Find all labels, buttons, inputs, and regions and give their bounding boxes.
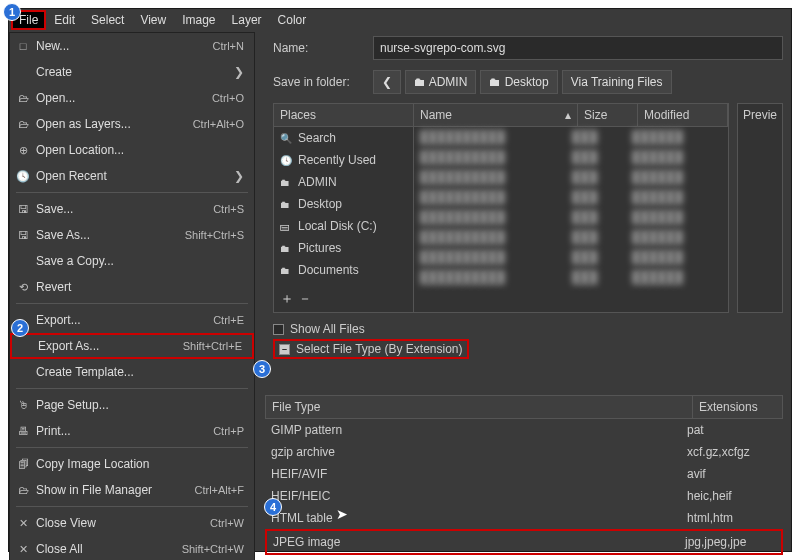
places-panel: Places 🔍Search🕓Recently Used🖿ADMIN🖿Deskt… [274, 104, 414, 312]
file-row[interactable]: ███████████████████ [414, 207, 728, 227]
annotation-badge-4: 4 [264, 498, 282, 516]
file-row[interactable]: ███████████████████ [414, 247, 728, 267]
menu-image[interactable]: Image [174, 10, 223, 30]
menu-item-open-recent[interactable]: 🕓Open Recent❯ [10, 163, 254, 189]
menu-item-export[interactable]: Export...Ctrl+E [10, 307, 254, 333]
annotation-badge-1: 1 [3, 3, 21, 21]
breadcrumb: ❮ 🖿 ADMIN 🖿 Desktop Via Training Files [373, 70, 672, 94]
folder-icon: 🖿 [280, 265, 292, 276]
select-file-type-option[interactable]: – Select File Type (By Extension) [273, 339, 469, 359]
menu-item-icon: ⊕ [16, 144, 30, 157]
menu-item-save-a-copy[interactable]: Save a Copy... [10, 248, 254, 274]
show-all-files-option[interactable]: Show All Files [273, 319, 783, 339]
menu-item-icon: 🖫 [16, 229, 30, 241]
menu-item-close-all[interactable]: ✕Close AllShift+Ctrl+W [10, 536, 254, 560]
file-row[interactable]: ███████████████████ [414, 187, 728, 207]
menu-item-icon: □ [16, 40, 30, 52]
file-row[interactable]: ███████████████████ [414, 127, 728, 147]
menu-item-open-as-layers[interactable]: 🗁Open as Layers...Ctrl+Alt+O [10, 111, 254, 137]
breadcrumb-desktop[interactable]: 🖿 Desktop [480, 70, 557, 94]
places-item-pictures[interactable]: 🖿Pictures [274, 237, 413, 259]
menu-item-open[interactable]: 🗁Open...Ctrl+O [10, 85, 254, 111]
file-row[interactable]: ███████████████████ [414, 227, 728, 247]
breadcrumb-back[interactable]: ❮ [373, 70, 401, 94]
menu-item-revert[interactable]: ⟲Revert [10, 274, 254, 300]
preview-panel: Previe [737, 103, 783, 313]
col-extensions[interactable]: Extensions [692, 396, 782, 418]
file-row[interactable]: ███████████████████ [414, 167, 728, 187]
sort-asc-icon: ▴ [565, 108, 571, 122]
places-item-admin[interactable]: 🖿ADMIN [274, 171, 413, 193]
file-type-row-heif-heic[interactable]: HEIF/HEICheic,heif [265, 485, 783, 507]
file-type-row-gimp-pattern[interactable]: GIMP patternpat [265, 419, 783, 441]
menu-item-icon: 🖫 [16, 203, 30, 215]
menu-item-print[interactable]: 🖶Print...Ctrl+P [10, 418, 254, 444]
menubar: File Edit Select View Image Layer Color [9, 9, 791, 31]
menu-item-save-as[interactable]: 🖫Save As...Shift+Ctrl+S [10, 222, 254, 248]
menu-item-icon: ✕ [16, 543, 30, 556]
folder-icon: 🖿 [280, 177, 292, 188]
files-panel: Name▴ Size Modified ████████████████████… [414, 104, 728, 312]
menu-item-icon: 🗁 [16, 484, 30, 496]
menu-item-icon: ⟲ [16, 281, 30, 294]
places-add-remove[interactable]: ＋ － [274, 286, 413, 312]
col-name[interactable]: Name▴ [414, 104, 578, 126]
menu-item-icon: 🗐 [16, 458, 30, 470]
save-in-folder-label: Save in folder: [273, 75, 363, 89]
menu-item-save[interactable]: 🖫Save...Ctrl+S [10, 196, 254, 222]
cursor-icon: ➤ [336, 506, 348, 522]
checkbox-icon [273, 324, 284, 335]
menu-item-page-setup[interactable]: 🖰Page Setup... [10, 392, 254, 418]
file-row[interactable]: ███████████████████ [414, 267, 728, 287]
menu-view[interactable]: View [132, 10, 174, 30]
file-menu-dropdown: □New...Ctrl+NCreate❯🗁Open...Ctrl+O🗁Open … [9, 32, 255, 560]
annotation-badge-2: 2 [11, 319, 29, 337]
menu-layer[interactable]: Layer [224, 10, 270, 30]
folder-icon: 🖴 [280, 221, 292, 232]
file-type-row-jpeg-image[interactable]: JPEG imagejpg,jpeg,jpe [265, 529, 783, 555]
file-type-row-gzip-archive[interactable]: gzip archivexcf.gz,xcfgz [265, 441, 783, 463]
menu-item-close-view[interactable]: ✕Close ViewCtrl+W [10, 510, 254, 536]
menu-item-new[interactable]: □New...Ctrl+N [10, 33, 254, 59]
col-size[interactable]: Size [578, 104, 638, 126]
menu-item-icon: 🖶 [16, 425, 30, 437]
places-item-local-disk-c[interactable]: 🖴Local Disk (C:) [274, 215, 413, 237]
places-item-documents[interactable]: 🖿Documents [274, 259, 413, 281]
collapse-icon: – [279, 344, 290, 355]
annotation-badge-3: 3 [253, 360, 271, 378]
folder-icon: 🖿 [280, 199, 292, 210]
menu-edit[interactable]: Edit [46, 10, 83, 30]
file-type-row-heif-avif[interactable]: HEIF/AVIFavif [265, 463, 783, 485]
filename-input[interactable] [373, 36, 783, 60]
col-file-type[interactable]: File Type [266, 396, 692, 418]
menu-item-icon: ✕ [16, 517, 30, 530]
breadcrumb-admin[interactable]: 🖿 ADMIN [405, 70, 476, 94]
places-item-recently-used[interactable]: 🕓Recently Used [274, 149, 413, 171]
menu-color[interactable]: Color [270, 10, 315, 30]
menu-item-show-in-file-manager[interactable]: 🗁Show in File ManagerCtrl+Alt+F [10, 477, 254, 503]
file-browser: Places 🔍Search🕓Recently Used🖿ADMIN🖿Deskt… [273, 103, 729, 313]
menu-select[interactable]: Select [83, 10, 132, 30]
folder-icon: 🕓 [280, 155, 292, 166]
menu-item-icon: 🗁 [16, 118, 30, 130]
menu-item-create-template[interactable]: Create Template... [10, 359, 254, 385]
menu-item-icon: 🕓 [16, 170, 30, 183]
menu-item-export-as[interactable]: Export As...Shift+Ctrl+E [10, 333, 254, 359]
menu-item-icon: 🖰 [16, 399, 30, 411]
places-item-desktop[interactable]: 🖿Desktop [274, 193, 413, 215]
places-header: Places [274, 104, 413, 127]
menu-item-copy-image-location[interactable]: 🗐Copy Image Location [10, 451, 254, 477]
submenu-arrow-icon: ❯ [234, 65, 244, 79]
name-label: Name: [273, 41, 363, 55]
places-item-search[interactable]: 🔍Search [274, 127, 413, 149]
menu-item-icon: 🗁 [16, 92, 30, 104]
col-modified[interactable]: Modified [638, 104, 728, 126]
menu-item-create[interactable]: Create❯ [10, 59, 254, 85]
folder-icon: 🖿 [280, 243, 292, 254]
breadcrumb-current[interactable]: Via Training Files [562, 70, 672, 94]
menu-item-open-location[interactable]: ⊕Open Location... [10, 137, 254, 163]
file-row[interactable]: ███████████████████ [414, 147, 728, 167]
folder-icon: 🔍 [280, 133, 292, 144]
submenu-arrow-icon: ❯ [234, 169, 244, 183]
